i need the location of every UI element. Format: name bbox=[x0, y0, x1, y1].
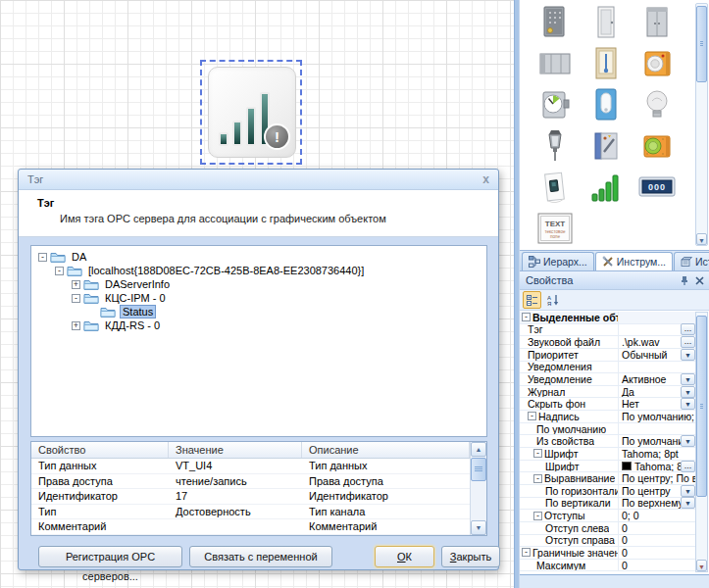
collapse-icon[interactable]: - bbox=[522, 548, 531, 557]
property-value[interactable]: По центру bbox=[619, 485, 681, 497]
property-value[interactable]: 0; 0 bbox=[619, 510, 695, 521]
toolbox-item[interactable] bbox=[637, 44, 677, 83]
dropdown-icon[interactable]: ▼ bbox=[681, 435, 695, 447]
tree-node[interactable]: + КДД-RS - 0 bbox=[31, 318, 486, 332]
collapse-icon[interactable]: - bbox=[522, 313, 531, 321]
property-value[interactable]: Активное bbox=[619, 373, 681, 385]
tree-node[interactable]: + DAServerInfo bbox=[31, 277, 486, 291]
tree-node[interactable]: - КЦС-IPM - 0 bbox=[31, 291, 486, 305]
toolbox-item[interactable] bbox=[586, 3, 626, 42]
dropdown-icon[interactable]: ▼ bbox=[681, 497, 695, 509]
property-row[interactable]: -ВыравниваниеПо центру; По верх bbox=[520, 472, 695, 485]
scroll-down-icon[interactable]: ▼ bbox=[696, 560, 707, 571]
scroll-thumb[interactable] bbox=[696, 6, 707, 82]
dropdown-icon[interactable]: ▼ bbox=[681, 398, 695, 410]
table-row[interactable]: КомментарийКомментарий bbox=[31, 519, 470, 535]
toolbox-item[interactable] bbox=[586, 44, 626, 83]
property-row[interactable]: Скрыть фонНет▼ bbox=[520, 398, 695, 411]
collapse-icon[interactable]: - bbox=[533, 474, 542, 483]
signal-bars-object[interactable]: ! bbox=[208, 67, 296, 158]
toolbox-item[interactable] bbox=[637, 126, 677, 166]
ellipsis-button[interactable]: ... bbox=[681, 461, 695, 472]
table-row[interactable]: Тип данныхVT_UI4Тип данных bbox=[31, 459, 470, 474]
tree-node[interactable]: Status bbox=[31, 305, 486, 318]
table-row[interactable]: ТипДостоверностьТип канала bbox=[31, 505, 470, 520]
property-row[interactable]: УведомлениеАктивное▼ bbox=[520, 373, 695, 386]
toolbox-item[interactable] bbox=[586, 126, 626, 166]
property-row[interactable]: -Отступы0; 0 bbox=[520, 510, 695, 522]
properties-scrollbar[interactable]: ▼ bbox=[695, 312, 708, 572]
toolbox-item[interactable]: 000 bbox=[637, 168, 677, 207]
collapse-icon[interactable]: - bbox=[38, 253, 47, 262]
expand-icon[interactable]: + bbox=[72, 280, 80, 289]
toolbox-item[interactable] bbox=[586, 85, 626, 124]
toolbox-item[interactable] bbox=[586, 168, 626, 207]
properties-panel-header[interactable]: Свойства bbox=[520, 271, 709, 290]
table-scrollbar[interactable]: ▲ ▼ bbox=[470, 442, 486, 535]
table-row[interactable]: Идентификатор17Идентификатор bbox=[31, 489, 470, 505]
property-value[interactable] bbox=[619, 423, 695, 435]
bind-to-variable-button[interactable]: Связать с переменной bbox=[189, 546, 332, 567]
scroll-up-icon[interactable]: ▲ bbox=[471, 442, 486, 457]
close-button[interactable]: Закрыть bbox=[441, 546, 500, 567]
property-row[interactable]: Отступ справа0 bbox=[520, 535, 695, 548]
scroll-down-icon[interactable]: ▼ bbox=[471, 520, 486, 535]
property-row[interactable]: Отступ слева0 bbox=[520, 522, 695, 535]
property-value[interactable] bbox=[619, 312, 695, 323]
scroll-thumb[interactable] bbox=[696, 316, 707, 497]
toolbox-item[interactable] bbox=[535, 3, 575, 42]
toolbox-item[interactable] bbox=[535, 85, 575, 124]
scroll-down-icon[interactable]: ▼ bbox=[696, 233, 707, 245]
property-row[interactable]: Уведомления bbox=[520, 362, 695, 374]
property-row[interactable]: -Выделенные объекты bbox=[520, 312, 695, 324]
collapse-icon[interactable]: - bbox=[528, 412, 536, 420]
property-row[interactable]: -Граничные значения0 bbox=[520, 547, 695, 560]
ok-button[interactable]: ОК bbox=[375, 546, 434, 567]
property-value[interactable]: По верхнему кра bbox=[619, 498, 681, 510]
collapse-icon[interactable]: - bbox=[72, 294, 80, 303]
property-row[interactable]: По горизонталиПо центру▼ bbox=[520, 485, 695, 498]
dropdown-icon[interactable]: ▼ bbox=[681, 349, 695, 361]
property-row[interactable]: ШрифтTahoma; 8pt... bbox=[520, 461, 695, 473]
property-value[interactable] bbox=[619, 324, 681, 336]
expand-icon[interactable]: + bbox=[72, 321, 80, 330]
property-row[interactable]: По вертикалиПо верхнему кра▼ bbox=[520, 498, 695, 511]
property-row[interactable]: По умолчанию bbox=[520, 423, 695, 436]
toolbox-item[interactable] bbox=[637, 3, 677, 42]
property-value[interactable]: По умолчанию; Taho bbox=[619, 411, 695, 422]
pin-icon[interactable] bbox=[680, 275, 689, 286]
ellipsis-button[interactable]: ... bbox=[681, 336, 695, 348]
scroll-thumb[interactable] bbox=[471, 458, 486, 481]
toolbox-item[interactable] bbox=[535, 44, 575, 83]
property-value[interactable]: 0 bbox=[619, 522, 695, 534]
property-value[interactable]: Обычный bbox=[619, 349, 681, 361]
property-value[interactable]: 0 bbox=[619, 560, 695, 571]
toolbox-item[interactable] bbox=[637, 85, 677, 124]
collapse-icon[interactable]: - bbox=[533, 512, 542, 520]
property-row[interactable]: ЖурналДа▼ bbox=[520, 386, 695, 399]
tree-node[interactable]: - [localhost{188D08EC-72CB-425B-8EA8-EE2… bbox=[31, 264, 486, 277]
property-value[interactable]: 0 bbox=[619, 535, 695, 547]
property-row[interactable]: Тэг... bbox=[520, 324, 695, 337]
toolbox-scrollbar[interactable]: ▼ bbox=[695, 3, 708, 246]
property-value[interactable]: Да bbox=[619, 386, 681, 398]
column-header[interactable]: Свойство bbox=[31, 442, 169, 458]
close-icon[interactable] bbox=[695, 276, 704, 285]
dropdown-icon[interactable]: ▼ bbox=[681, 373, 695, 385]
column-header[interactable]: Значение bbox=[169, 442, 302, 458]
property-row[interactable]: Звуковой файл.\pk.wav... bbox=[520, 336, 695, 349]
property-value[interactable]: По умолчанию bbox=[619, 435, 681, 447]
categorized-view-button[interactable] bbox=[523, 291, 541, 309]
tree-node[interactable]: - DA bbox=[31, 250, 486, 264]
register-opc-servers-button[interactable]: Регистрация OPC серверов... bbox=[38, 546, 182, 567]
property-value[interactable]: 0 bbox=[619, 547, 695, 559]
collapse-icon[interactable]: - bbox=[55, 267, 64, 275]
property-value[interactable]: .\pk.wav bbox=[619, 336, 681, 348]
tab-инструм[interactable]: Инструм... bbox=[595, 252, 673, 270]
tab-история[interactable]: История bbox=[674, 252, 709, 270]
collapse-icon[interactable]: - bbox=[533, 449, 542, 458]
property-row[interactable]: ПриоритетОбычный▼ bbox=[520, 349, 695, 362]
dropdown-icon[interactable]: ▼ bbox=[681, 386, 695, 398]
toolbox-item[interactable] bbox=[535, 168, 575, 207]
property-row[interactable]: Максимум0 bbox=[520, 560, 695, 572]
